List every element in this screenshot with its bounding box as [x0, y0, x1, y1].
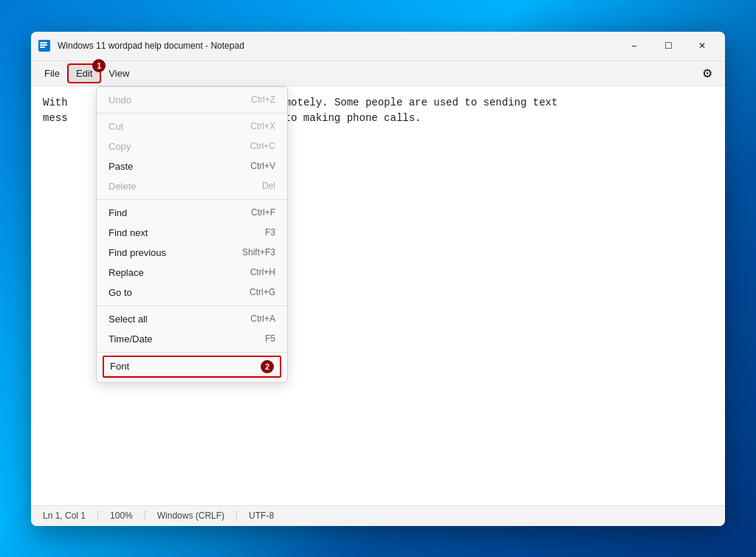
encoding: UTF-8: [236, 511, 286, 521]
separator-3: [97, 305, 287, 306]
notepad-window: Windows 11 wordpad help document - Notep…: [31, 32, 725, 526]
settings-icon[interactable]: ⚙: [695, 61, 719, 85]
menu-item-find-previous[interactable]: Find previous Shift+F3: [97, 243, 287, 263]
menu-item-find-next[interactable]: Find next F3: [97, 223, 287, 243]
menu-item-goto[interactable]: Go to Ctrl+G: [97, 283, 287, 302]
menu-item-copy[interactable]: Copy Ctrl+C: [97, 136, 287, 156]
svg-rect-2: [40, 44, 47, 46]
window-controls: – ☐ ✕: [617, 34, 719, 58]
menu-edit[interactable]: Edit 1: [67, 63, 101, 83]
app-icon: [37, 38, 52, 53]
cursor-position: Ln 1, Col 1: [43, 511, 97, 521]
separator-1: [97, 113, 287, 114]
menu-item-delete[interactable]: Delete Del: [97, 176, 287, 196]
menu-item-replace[interactable]: Replace Ctrl+H: [97, 263, 287, 283]
edit-dropdown: Undo Ctrl+Z Cut Ctrl+X Copy Ctrl+C Paste…: [96, 86, 288, 383]
menu-right: ⚙: [695, 61, 719, 85]
menu-item-paste[interactable]: Paste Ctrl+V: [97, 156, 287, 176]
menu-view[interactable]: View: [101, 65, 137, 82]
menu-file[interactable]: File: [37, 65, 67, 82]
menu-bar: File Edit 1 View ⚙ Undo Ctrl+Z Cut Ctrl+…: [31, 61, 725, 86]
title-bar: Windows 11 wordpad help document - Notep…: [31, 32, 725, 61]
close-button[interactable]: ✕: [685, 34, 719, 58]
minimize-button[interactable]: –: [617, 34, 651, 58]
font-badge: 2: [261, 360, 274, 373]
zoom-level: 100%: [97, 511, 145, 521]
separator-4: [97, 352, 287, 353]
menu-item-font[interactable]: Font 2: [103, 356, 281, 378]
status-bar: Ln 1, Col 1 100% Windows (CRLF) UTF-8: [31, 505, 725, 526]
separator-2: [97, 199, 287, 200]
svg-rect-1: [40, 42, 47, 44]
menu-item-find[interactable]: Find Ctrl+F: [97, 203, 287, 223]
menu-item-undo[interactable]: Undo Ctrl+Z: [97, 90, 287, 110]
svg-rect-3: [40, 46, 45, 48]
menu-item-time-date[interactable]: Time/Date F5: [97, 329, 287, 349]
menu-item-select-all[interactable]: Select all Ctrl+A: [97, 309, 287, 329]
maximize-button[interactable]: ☐: [651, 34, 685, 58]
window-title: Windows 11 wordpad help document - Notep…: [58, 41, 617, 51]
menu-item-cut[interactable]: Cut Ctrl+X: [97, 117, 287, 136]
line-ending: Windows (CRLF): [145, 511, 236, 521]
edit-badge: 1: [92, 59, 106, 72]
